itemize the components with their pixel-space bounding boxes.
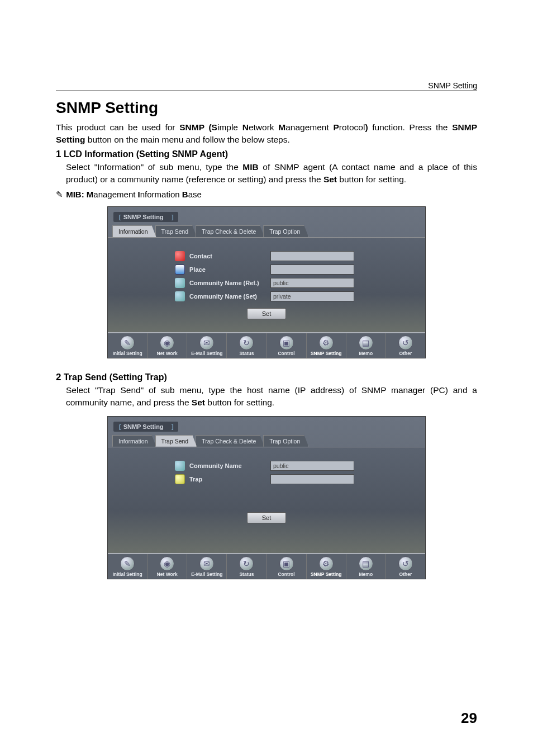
ss-tab-row: InformationTrap SendTrap Check & DeleteT…	[108, 225, 425, 237]
footer-icon: ⚙	[319, 556, 334, 571]
section-1-body: Select "Information" of sub menu, type t…	[56, 161, 477, 186]
ss-footer: ✎Initial Setting◉Net Work✉E-Mail Setting…	[108, 332, 425, 358]
screenshot-information: SNMP Setting InformationTrap SendTrap Ch…	[107, 206, 426, 358]
page-title: SNMP Setting	[56, 99, 477, 117]
footer-status[interactable]: ↻Status	[227, 554, 266, 579]
header-divider	[56, 91, 477, 91]
footer-initial-setting[interactable]: ✎Initial Setting	[108, 333, 147, 358]
field-label: Place	[189, 266, 270, 273]
ss-titlebar: SNMP Setting	[108, 417, 425, 435]
footer-control[interactable]: ▣Control	[267, 554, 307, 579]
footer-memo[interactable]: ▤Memo	[346, 554, 386, 579]
ic-teal-icon	[175, 291, 185, 301]
set-button[interactable]: Set	[247, 512, 287, 523]
footer-label: Initial Setting	[108, 571, 147, 577]
ic-teal-icon	[175, 278, 185, 288]
ic-red-icon	[175, 251, 185, 261]
form-row: Community Name (Ref.)public	[108, 278, 425, 288]
tab-information[interactable]: Information	[112, 225, 156, 237]
section-1-heading: 1 LCD Information (Setting SNMP Agent)	[56, 149, 477, 160]
footer-label: Other	[386, 571, 425, 577]
pencil-icon: ✎	[56, 190, 64, 200]
footer-e-mail-setting[interactable]: ✉E-Mail Setting	[187, 333, 227, 358]
footer-icon: ✎	[120, 556, 135, 571]
footer-icon: ✉	[199, 556, 214, 571]
footer-icon: ↺	[398, 556, 413, 571]
footer-label: Initial Setting	[108, 351, 147, 356]
footer-icon: ↻	[239, 336, 254, 350]
footer-net-work[interactable]: ◉Net Work	[147, 333, 187, 358]
screenshot-trap-send: SNMP Setting InformationTrap SendTrap Ch…	[107, 416, 426, 579]
footer-label: E-Mail Setting	[187, 351, 226, 356]
field-label: Trap	[189, 476, 270, 483]
section-2-heading: 2 Trap Send (Setting Trap)	[56, 372, 477, 383]
footer-icon: ✉	[199, 336, 214, 350]
footer-net-work[interactable]: ◉Net Work	[147, 554, 187, 579]
footer-snmp-setting[interactable]: ⚙SNMP Setting	[307, 333, 346, 358]
footer-label: Status	[227, 571, 266, 577]
tab-trap-send[interactable]: Trap Send	[155, 225, 197, 237]
tab-trap-option[interactable]: Trap Option	[263, 225, 308, 237]
footer-label: Net Work	[147, 351, 187, 356]
footer-label: SNMP Setting	[307, 351, 346, 356]
section-2-body: Select "Trap Send" of sub menu, type the…	[56, 384, 477, 409]
footer-snmp-setting[interactable]: ⚙SNMP Setting	[307, 554, 346, 579]
footer-label: Status	[227, 351, 266, 356]
ss-window-title: SNMP Setting	[113, 422, 178, 432]
tab-information[interactable]: Information	[112, 435, 156, 447]
footer-icon: ▤	[359, 556, 373, 571]
field-input[interactable]: private	[270, 291, 354, 301]
footer-label: Control	[267, 571, 306, 577]
footer-icon: ↻	[239, 556, 254, 571]
footer-label: Other	[386, 351, 425, 356]
field-label: Community Name	[189, 462, 270, 469]
tab-trap-check-delete[interactable]: Trap Check & Delete	[196, 435, 264, 447]
tab-trap-option[interactable]: Trap Option	[263, 435, 308, 447]
field-label: Community Name (Ref.)	[189, 280, 270, 286]
field-input[interactable]: public	[270, 278, 354, 288]
ss-footer: ✎Initial Setting◉Net Work✉E-Mail Setting…	[108, 553, 425, 579]
footer-initial-setting[interactable]: ✎Initial Setting	[108, 554, 147, 579]
footer-icon: ◉	[160, 556, 174, 571]
intro-paragraph: This product can be used for SNMP (Simpl…	[56, 121, 477, 147]
ic-teal-icon	[175, 461, 185, 471]
ss-window-title: SNMP Setting	[113, 212, 178, 222]
form-row: Place	[108, 264, 425, 275]
footer-label: Memo	[346, 571, 386, 577]
field-input[interactable]	[270, 251, 354, 261]
footer-memo[interactable]: ▤Memo	[346, 333, 386, 358]
footer-icon: ⚙	[319, 336, 334, 350]
form-row: Community Namepublic	[108, 461, 425, 471]
mib-note: ✎ MIB: Management Information Base	[56, 190, 477, 200]
footer-icon: ↺	[398, 336, 413, 350]
header-right-text: SNMP Setting	[428, 81, 477, 90]
page-number: 29	[461, 710, 477, 727]
field-input[interactable]: public	[270, 461, 354, 471]
field-label: Contact	[189, 253, 270, 259]
footer-label: Control	[267, 351, 306, 356]
footer-status[interactable]: ↻Status	[227, 333, 266, 358]
form-row: Trap	[108, 474, 425, 484]
footer-label: E-Mail Setting	[187, 571, 226, 577]
ss-tab-row: InformationTrap SendTrap Check & DeleteT…	[108, 435, 425, 447]
ss-set-row: Set	[108, 308, 425, 319]
footer-other[interactable]: ↺Other	[386, 554, 425, 579]
footer-e-mail-setting[interactable]: ✉E-Mail Setting	[187, 554, 227, 579]
footer-icon: ✎	[120, 336, 135, 350]
field-input[interactable]	[270, 474, 354, 484]
footer-other[interactable]: ↺Other	[386, 333, 425, 358]
footer-icon: ▣	[279, 556, 294, 571]
footer-control[interactable]: ▣Control	[267, 333, 307, 358]
field-input[interactable]	[270, 264, 354, 275]
set-button[interactable]: Set	[247, 308, 287, 319]
footer-label: SNMP Setting	[307, 571, 346, 577]
ic-yellow-icon	[175, 474, 185, 484]
tab-trap-send[interactable]: Trap Send	[155, 435, 197, 447]
footer-icon: ◉	[160, 336, 174, 350]
ss-set-row: Set	[108, 512, 425, 523]
ss-body: ContactPlaceCommunity Name (Ref.)publicC…	[108, 237, 425, 332]
tab-trap-check-delete[interactable]: Trap Check & Delete	[196, 225, 264, 237]
footer-label: Memo	[346, 351, 386, 356]
footer-label: Net Work	[147, 571, 187, 577]
field-label: Community Name (Set)	[189, 293, 270, 300]
